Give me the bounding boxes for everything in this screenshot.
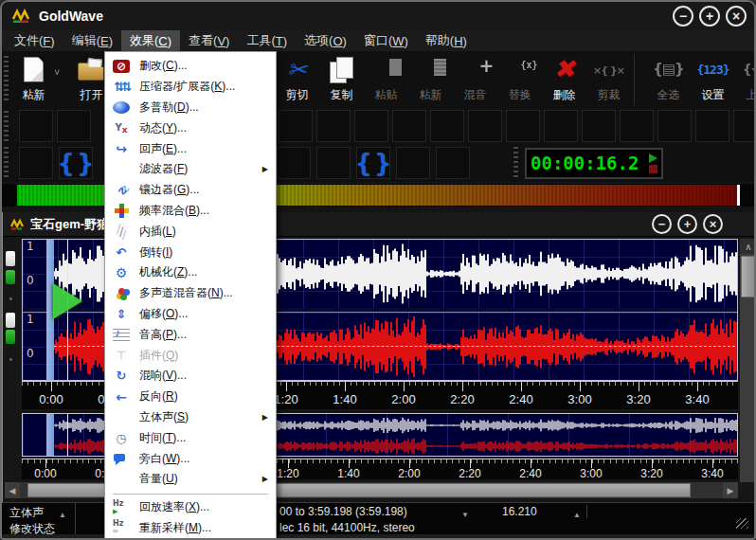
trim-button[interactable]: 剪裁 — [586, 54, 631, 105]
toolbar-button-label: 混音 — [464, 87, 487, 103]
record-selection-button[interactable] — [356, 147, 390, 179]
overview-position-marker[interactable] — [67, 414, 68, 456]
set-selection-button[interactable]: 设置 — [691, 54, 735, 105]
menubar-item[interactable]: 工具(T) — [238, 30, 296, 51]
menu-item[interactable]: 机械化(Z)... — [105, 262, 276, 283]
menubar-item[interactable]: 文件(F) — [6, 30, 63, 51]
menu-item[interactable]: 时间(T)... — [105, 427, 276, 448]
menu-item[interactable]: 多声道混音器(N)... — [105, 283, 276, 304]
channel1-level-indicator[interactable] — [6, 251, 15, 266]
delete-button[interactable]: 删除 — [542, 54, 586, 105]
menu-item[interactable]: 插件(Q) — [105, 345, 276, 366]
menu-item[interactable]: 回声(E)... — [105, 138, 276, 159]
echo-effect-button[interactable] — [392, 110, 426, 142]
cut-button[interactable]: 剪切 — [275, 54, 319, 105]
maximize-button[interactable]: + — [699, 6, 720, 27]
equalizer-button[interactable] — [506, 110, 540, 142]
menu-item[interactable]: 镶边器(G)... — [105, 180, 276, 201]
menu-item[interactable]: 动态(Y)... — [105, 117, 276, 138]
reverse-effect-button[interactable] — [430, 110, 464, 142]
toolbar-grip[interactable] — [513, 147, 518, 179]
noise-gate-button[interactable] — [695, 110, 729, 142]
menu-item[interactable]: 偏移(O)... — [105, 304, 276, 325]
toolbar-grip[interactable] — [4, 111, 9, 141]
position-value[interactable]: 16.210 — [502, 505, 537, 518]
control-properties-button[interactable] — [436, 147, 470, 179]
play-button[interactable] — [19, 147, 53, 179]
paste-as-new-button[interactable]: 粘新 — [408, 54, 453, 105]
menubar-item[interactable]: 选项(O) — [296, 30, 355, 51]
silence-effect-button[interactable] — [19, 110, 53, 142]
selection-format-down-icon[interactable] — [461, 507, 469, 520]
spectrum-filter-button[interactable] — [620, 110, 654, 142]
menubar-item[interactable]: 窗口(W) — [355, 30, 417, 51]
offset-effect-button[interactable] — [468, 110, 502, 142]
paste-new-file-button[interactable]: 粘新 — [11, 54, 56, 105]
menu-item[interactable]: 删改(C)... — [105, 56, 276, 77]
toolbar-grip[interactable] — [4, 56, 9, 103]
sound-maximize-button[interactable]: + — [677, 214, 697, 234]
app-title: GoldWave — [39, 9, 103, 24]
overview-selection-strip[interactable] — [46, 414, 54, 457]
menu-item[interactable]: 压缩器/扩展器(K)... — [105, 77, 276, 98]
partial-effect-button[interactable] — [733, 110, 756, 142]
menu-item[interactable]: 重新采样(M)... — [105, 518, 276, 539]
menu-item[interactable]: 频率混合(B)... — [105, 201, 276, 222]
noise-reduction-button[interactable] — [657, 110, 692, 142]
monitor-input-button[interactable] — [396, 147, 430, 179]
scroll-up-icon[interactable] — [740, 239, 756, 254]
reverb-effect-button[interactable] — [582, 110, 616, 142]
play-position-triangle[interactable] — [53, 283, 82, 319]
menu-item[interactable]: 滤波器(F) — [105, 159, 276, 180]
copy-button[interactable]: 复制 — [319, 54, 364, 105]
menu-item[interactable]: 音量(U) — [105, 469, 276, 490]
compressor-expander-button[interactable] — [57, 110, 91, 142]
resize-grip[interactable] — [736, 518, 748, 529]
menu-item[interactable]: 立体声(S) — [105, 407, 276, 428]
sound-close-button[interactable]: × — [703, 214, 723, 234]
vertical-scrollbar[interactable] — [740, 239, 756, 482]
menu-item[interactable]: 内插(L) — [105, 221, 276, 242]
menu-item[interactable]: 倒转(I) — [105, 242, 276, 262]
menu-item[interactable]: 回放速率(X)... — [105, 497, 276, 518]
title-bar[interactable]: GoldWave − + × — [2, 2, 754, 30]
close-button[interactable]: × — [726, 6, 747, 27]
channel-mode-up-icon[interactable] — [59, 507, 66, 520]
channel2-level-indicator[interactable] — [6, 313, 15, 328]
toolbar-grip[interactable] — [4, 147, 9, 179]
replace-button[interactable]: 替换 — [497, 54, 542, 105]
menu-item[interactable]: 多普勒(D)... — [105, 98, 276, 118]
scroll-right-icon[interactable] — [723, 482, 738, 498]
doppler-effect-button[interactable] — [279, 110, 313, 142]
mix-button[interactable]: 混音 — [453, 54, 497, 105]
menu-item[interactable]: 混响(V)... — [105, 366, 276, 387]
toolbar-button[interactable] — [634, 54, 643, 105]
channel1-mute-indicator[interactable] — [6, 270, 15, 284]
menubar-item[interactable]: 编辑(E) — [63, 30, 121, 51]
previous-step-button[interactable]: 上步 — [735, 54, 756, 105]
selection-range-label[interactable]: 00 to 3:59.198 (3:59.198) — [279, 505, 407, 518]
vertical-scrollbar-thumb[interactable] — [741, 256, 756, 297]
menu-item-label: 立体声(S) — [139, 409, 189, 425]
multichannel-mixer-button[interactable] — [316, 110, 351, 142]
menu-item[interactable]: 旁白(W)... — [105, 448, 276, 469]
position-format-up-icon[interactable] — [573, 507, 581, 520]
stop-button[interactable] — [277, 147, 311, 179]
sound-minimize-button[interactable]: − — [652, 214, 672, 234]
channel2-mute-indicator[interactable] — [6, 330, 15, 344]
paste-button[interactable]: 粘贴 — [364, 54, 408, 105]
record-button[interactable] — [316, 147, 351, 179]
menubar-item[interactable]: 效果(C) — [121, 30, 180, 51]
select-all-button[interactable]: 全选 — [646, 54, 691, 105]
menubar-item[interactable]: 帮助(H) — [417, 30, 476, 51]
menu-item[interactable]: 音高(P)... — [105, 324, 276, 345]
menu-item[interactable]: 反向(R) — [105, 387, 276, 407]
scroll-left-icon[interactable] — [5, 482, 20, 498]
filter-effect-button[interactable] — [544, 110, 578, 142]
menu-item[interactable] — [113, 494, 268, 495]
channel-mode-label[interactable]: 立体声 — [9, 505, 44, 521]
play-selection-button[interactable] — [59, 147, 93, 179]
pitch-effect-button[interactable] — [354, 110, 388, 142]
minimize-button[interactable]: − — [673, 6, 693, 27]
menubar-item[interactable]: 查看(V) — [180, 30, 238, 51]
